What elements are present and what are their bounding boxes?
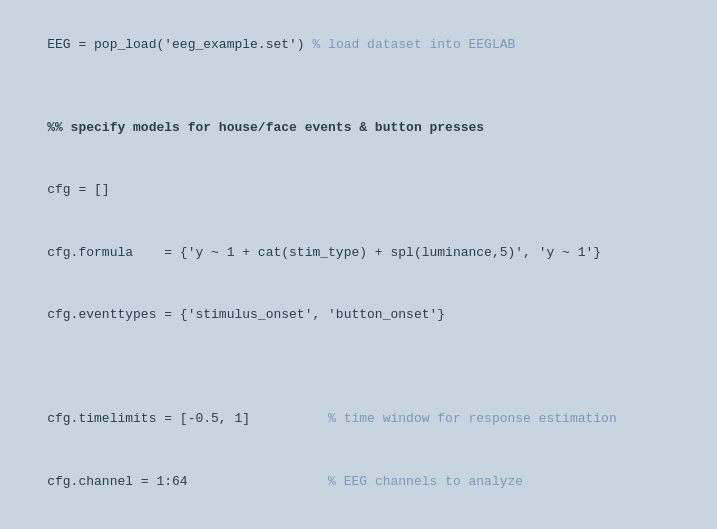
code-text-1: EEG = pop_load('eeg_example.set') (47, 37, 304, 52)
code-text-9: cfg.timelimits = [-0.5, 1] (47, 411, 328, 426)
code-comment-9: % time window for response estimation (328, 411, 617, 426)
code-text-10: cfg.channel = 1:64 (47, 474, 328, 489)
code-blank-2 (16, 347, 701, 368)
code-line-6: cfg.eventtypes = {'stimulus_onset', 'but… (16, 284, 701, 346)
code-line-10: cfg.channel = 1:64 % EEG channels to ana… (16, 451, 701, 513)
code-block: EEG = pop_load('eeg_example.set') % load… (0, 0, 717, 529)
code-blank-1 (16, 76, 701, 97)
code-comment-10: % EEG channels to analyze (328, 474, 523, 489)
code-line-4: cfg = [] (16, 160, 701, 222)
code-text-5: cfg.formula = {'y ~ 1 + cat(stim_type) +… (47, 245, 601, 260)
code-line-3: %% specify models for house/face events … (16, 97, 701, 159)
code-bold-3: %% specify models for house/face events … (47, 120, 484, 135)
code-text-6: cfg.eventtypes = {'stimulus_onset', 'but… (47, 307, 445, 322)
code-blank-3 (16, 368, 701, 389)
code-line-5: cfg.formula = {'y ~ 1 + cat(stim_type) +… (16, 222, 701, 284)
code-text-4: cfg = [] (47, 182, 109, 197)
code-line-1: EEG = pop_load('eeg_example.set') % load… (16, 14, 701, 76)
code-line-9: cfg.timelimits = [-0.5, 1] % time window… (16, 388, 701, 450)
code-blank-4 (16, 513, 701, 529)
code-comment-1: % load dataset into EEGLAB (305, 37, 516, 52)
